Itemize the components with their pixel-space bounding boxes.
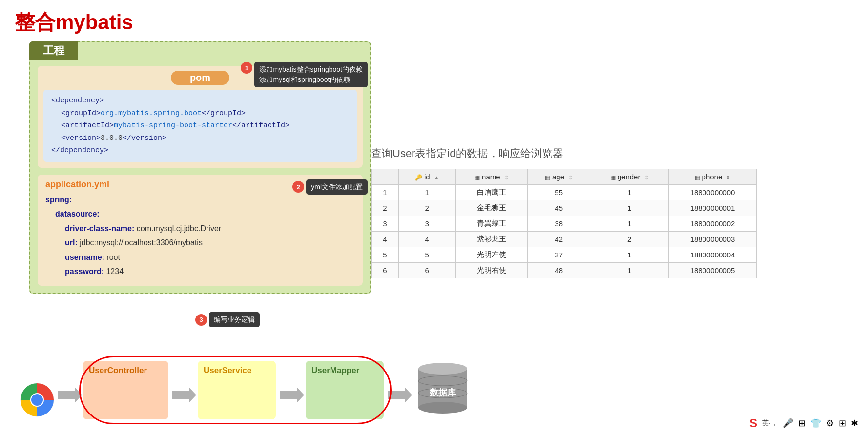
row-num: 6	[372, 263, 399, 278]
table-row: 5 5 光明左使 37 1 18800000004	[372, 247, 757, 263]
row-num: 5	[372, 247, 399, 263]
arrow-3	[280, 386, 304, 406]
project-box: 工程 pom 1 添加mybatis整合springboot的依赖 添加mysq…	[29, 41, 371, 294]
cell-gender: 1	[590, 247, 669, 263]
cell-age: 37	[527, 247, 590, 263]
svg-text:数据库: 数据库	[429, 387, 456, 397]
annotation-1: 1 添加mybatis整合springboot的依赖 添加mysql和sprin…	[241, 62, 368, 87]
bottom-right-icons: S 英·， 🎤 ⊞ 👕 ⚙ ⊞ ✱	[749, 416, 858, 430]
arrow-4	[388, 386, 412, 406]
col-gender: ▦gender ⇕	[590, 169, 669, 185]
flow-area: UserController UserService UserMapper	[20, 351, 839, 424]
svg-point-3	[31, 394, 43, 406]
cell-gender: 1	[590, 216, 669, 232]
svg-marker-5	[172, 387, 196, 403]
table-row: 1 1 白眉鹰王 55 1 18800000000	[372, 185, 757, 200]
cell-phone: 18800000005	[669, 263, 757, 278]
cell-phone: 18800000000	[669, 185, 757, 200]
mapper-box: UserMapper	[306, 361, 384, 419]
annotation-bubble-3: 编写业务逻辑	[209, 312, 260, 327]
settings-icon[interactable]: ⚙	[826, 418, 834, 429]
cell-id: 5	[398, 247, 455, 263]
sogou-text: 英·，	[762, 419, 778, 428]
col-name: ▦name ⇕	[455, 169, 527, 185]
annotation-2: 2 yml文件添加配置	[292, 179, 368, 195]
table-row: 6 6 光明右使 48 1 18800000005	[372, 263, 757, 278]
yml-content: spring: datasource: driver-class-name: c…	[45, 193, 355, 279]
svg-marker-7	[388, 387, 412, 403]
mapper-label: UserMapper	[311, 366, 359, 375]
cell-phone: 18800000002	[669, 216, 757, 232]
row-num: 2	[372, 200, 399, 216]
cell-gender: 1	[590, 185, 669, 200]
cell-age: 42	[527, 232, 590, 247]
left-panel: 工程 pom 1 添加mybatis整合springboot的依赖 添加mysq…	[29, 41, 371, 294]
annotation-bubble-2: yml文件添加配置	[306, 179, 368, 195]
cell-phone: 18800000004	[669, 247, 757, 263]
cell-gender: 2	[590, 232, 669, 247]
cell-id: 6	[398, 263, 455, 278]
col-rownum	[372, 169, 399, 185]
cell-gender: 1	[590, 263, 669, 278]
cell-age: 55	[527, 185, 590, 200]
cell-age: 38	[527, 216, 590, 232]
cell-name: 光明左使	[455, 247, 527, 263]
controller-label: UserController	[89, 366, 147, 375]
cell-phone: 18800000001	[669, 200, 757, 216]
apps-icon[interactable]: ⊞	[839, 418, 846, 429]
cell-name: 光明右使	[455, 263, 527, 278]
cell-name: 紫衫龙王	[455, 232, 527, 247]
sogou-s-icon: S	[749, 416, 757, 430]
cell-id: 3	[398, 216, 455, 232]
row-num: 3	[372, 216, 399, 232]
query-desc: 查询User表指定id的数据，响应给浏览器	[371, 146, 771, 161]
controller-box: UserController	[83, 361, 168, 419]
table-row: 4 4 紫衫龙王 42 2 18800000003	[372, 232, 757, 247]
table-row: 3 3 青翼蝠王 38 1 18800000002	[372, 216, 757, 232]
svg-point-9	[418, 402, 467, 414]
table-row: 2 2 金毛狮王 45 1 18800000001	[372, 200, 757, 216]
grid-icon[interactable]: ⊞	[798, 418, 806, 429]
service-box: UserService	[198, 361, 276, 419]
cell-id: 2	[398, 200, 455, 216]
cell-name: 金毛狮王	[455, 200, 527, 216]
annotation-bubble-1: 添加mybatis整合springboot的依赖 添加mysql和springb…	[254, 62, 368, 87]
cell-gender: 1	[590, 200, 669, 216]
yml-box: application.yml 2 yml文件添加配置 spring: data…	[38, 175, 363, 286]
step-badge-3: 3	[195, 314, 207, 326]
pom-label: pom	[171, 71, 229, 85]
arrow-1	[58, 386, 82, 406]
cell-id: 4	[398, 232, 455, 247]
project-label: 工程	[29, 41, 78, 60]
data-table: 🔑id ▲ ▦name ⇕ ▦age ⇕ ▦gender ⇕ ▦phone ⇕ …	[371, 169, 757, 278]
shirt-icon[interactable]: 👕	[810, 418, 821, 429]
pom-box: pom 1 添加mybatis整合springboot的依赖 添加mysql和s…	[38, 66, 363, 168]
cell-name: 青翼蝠王	[455, 216, 527, 232]
cell-id: 1	[398, 185, 455, 200]
database-cylinder: 数据库	[416, 359, 470, 419]
cell-age: 45	[527, 200, 590, 216]
page-title: 整合mybatis	[15, 9, 133, 36]
col-phone: ▦phone ⇕	[669, 169, 757, 185]
col-id: 🔑id ▲	[398, 169, 455, 185]
code-box: <dependency> <groupId>org.mybatis.spring…	[43, 90, 357, 162]
svg-marker-4	[58, 387, 82, 403]
svg-point-10	[418, 363, 467, 375]
mic-icon[interactable]: 🎤	[783, 418, 793, 429]
step3-badge: 3 编写业务逻辑	[195, 312, 260, 327]
svg-marker-6	[280, 387, 304, 403]
cell-age: 48	[527, 263, 590, 278]
right-panel: 查询User表指定id的数据，响应给浏览器 🔑id ▲ ▦name ⇕ ▦age…	[371, 146, 771, 278]
arrow-2	[172, 386, 196, 406]
step-badge-1: 1	[241, 62, 252, 74]
more-icon[interactable]: ✱	[851, 418, 858, 429]
cell-name: 白眉鹰王	[455, 185, 527, 200]
row-num: 1	[372, 185, 399, 200]
step-badge-2: 2	[292, 181, 304, 193]
service-label: UserService	[204, 366, 251, 375]
row-num: 4	[372, 232, 399, 247]
col-age: ▦age ⇕	[527, 169, 590, 185]
cell-phone: 18800000003	[669, 232, 757, 247]
chrome-icon	[20, 382, 55, 419]
